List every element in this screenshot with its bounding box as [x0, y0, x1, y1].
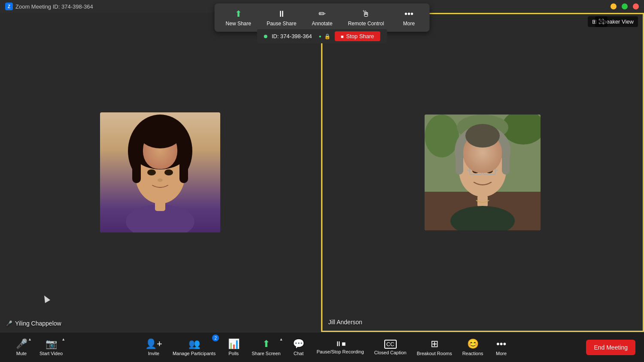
more-toolbar-button[interactable]: ••• More: [489, 336, 514, 358]
more-share-label: More: [403, 21, 415, 27]
zoom-logo: Z Zoom Meeting ID: 374-398-364: [5, 3, 93, 10]
breakout-rooms-label: Breakout Rooms: [417, 351, 452, 356]
cursor: [43, 295, 49, 304]
more-share-button[interactable]: ••• More: [392, 6, 426, 29]
floating-share-toolbar: ⬆ New Share ⏸ Pause Share ✏ Annotate 🖱 R…: [215, 3, 430, 32]
video-panel-yiling: 🎤 Yiling Chappelow: [0, 13, 321, 332]
svg-point-5: [147, 169, 156, 175]
svg-rect-3: [132, 149, 141, 183]
new-share-icon: ⬆: [235, 9, 242, 19]
svg-rect-19: [502, 151, 510, 175]
manage-participants-label: Manage Participants: [173, 351, 216, 356]
end-meeting-label: End Meeting: [594, 344, 628, 351]
toolbar-right-section: End Meeting: [586, 340, 635, 355]
invite-icon: 👤+: [145, 338, 162, 350]
maximize-button[interactable]: [622, 3, 628, 9]
manage-participants-button[interactable]: 👥 Manage Participants 2: [167, 336, 221, 358]
pause-share-button[interactable]: ⏸ Pause Share: [259, 6, 304, 29]
svg-point-25: [472, 168, 479, 173]
share-status-bar: ID: 374-398-364 ● 🔒 ■ Stop Share: [257, 29, 387, 43]
more-toolbar-icon: •••: [496, 338, 506, 350]
yiling-video: [100, 112, 220, 232]
reactions-button[interactable]: 😊 Reactions: [457, 336, 489, 358]
fullscreen-button[interactable]: ⛶: [595, 16, 608, 27]
share-screen-button[interactable]: ⬆ Share Screen ▲: [246, 336, 286, 358]
window-controls: [611, 3, 639, 9]
svg-point-26: [486, 168, 493, 173]
main-content: 🎤 Yiling Chappelow: [0, 13, 644, 332]
share-status-icons: ● 🔒: [319, 33, 331, 39]
chat-label: Chat: [294, 351, 304, 356]
share-lock-icon: 🔒: [324, 33, 331, 39]
invite-button[interactable]: 👤+ Invite: [140, 336, 167, 358]
video-panel-jill: Jill Anderson: [321, 13, 644, 332]
svg-point-11: [425, 115, 459, 157]
share-green-dot2: ●: [319, 34, 322, 39]
meeting-id-text: Zoom Meeting ID: 374-398-364: [15, 3, 93, 10]
closed-caption-icon: CC: [384, 340, 397, 349]
bottom-toolbar: 🎤 Mute ▲ 📷 Start Video ▲ 👤+ Invite 👥 Man…: [0, 332, 644, 362]
start-video-button[interactable]: 📷 Start Video ▲: [34, 336, 68, 358]
mute-button[interactable]: 🎤 Mute ▲: [9, 336, 34, 358]
participants-badge: 2: [212, 335, 219, 341]
share-active-dot: [264, 35, 267, 38]
yiling-name-label: 🎤 Yiling Chappelow: [6, 320, 61, 327]
end-meeting-button[interactable]: End Meeting: [586, 340, 635, 355]
jill-name-label: Jill Anderson: [328, 319, 362, 326]
video-frame-jill: [425, 115, 541, 230]
stop-share-icon: ■: [341, 34, 344, 39]
remote-control-label: Remote Control: [348, 21, 384, 27]
more-share-icon: •••: [404, 9, 413, 19]
jill-avatar-svg: [425, 115, 541, 230]
reactions-label: Reactions: [462, 351, 483, 356]
pause-share-icon: ⏸: [277, 9, 286, 19]
closed-caption-label: Closed Caption: [374, 350, 407, 355]
fullscreen-icon: ⛶: [598, 18, 604, 25]
pause-stop-recording-icon: ⏸■: [335, 340, 346, 348]
more-toolbar-label: More: [496, 351, 507, 356]
pause-stop-recording-label: Pause/Stop Recording: [316, 349, 364, 354]
breakout-rooms-icon: ⊞: [431, 338, 438, 350]
yiling-muted-icon: 🎤: [6, 320, 12, 326]
svg-rect-27: [477, 195, 488, 207]
new-share-label: New Share: [226, 21, 251, 27]
new-share-button[interactable]: ⬆ New Share: [218, 6, 259, 29]
pause-share-label: Pause Share: [267, 21, 296, 27]
share-screen-chevron[interactable]: ▲: [279, 337, 283, 341]
closed-caption-button[interactable]: CC Closed Caption: [369, 338, 412, 357]
chat-button[interactable]: 💬 Chat: [286, 336, 311, 358]
breakout-rooms-button[interactable]: ⊞ Breakout Rooms: [412, 336, 457, 358]
zoom-icon: Z: [5, 3, 13, 10]
share-id-text: ID: 374-398-364: [272, 33, 312, 39]
stop-share-label: Stop Share: [346, 33, 374, 39]
remote-control-button[interactable]: 🖱 Remote Control: [340, 6, 392, 29]
mute-icon: 🎤: [16, 338, 27, 350]
svg-point-7: [158, 178, 163, 182]
svg-point-16: [459, 144, 506, 197]
mute-chevron[interactable]: ▲: [28, 337, 32, 341]
jill-video: [425, 115, 541, 230]
manage-participants-icon: 👥: [188, 338, 200, 350]
toolbar-center-section: 👤+ Invite 👥 Manage Participants 2 📊 Poll…: [68, 336, 586, 358]
polls-icon: 📊: [228, 338, 240, 350]
close-button[interactable]: [633, 3, 639, 9]
svg-rect-4: [179, 149, 188, 183]
annotate-icon: ✏: [319, 9, 326, 19]
polls-button[interactable]: 📊 Polls: [221, 336, 246, 358]
remote-control-icon: 🖱: [361, 9, 370, 19]
minimize-button[interactable]: [611, 3, 617, 9]
chat-icon: 💬: [293, 338, 304, 350]
reactions-icon: 😊: [467, 338, 479, 350]
svg-rect-18: [456, 151, 463, 175]
svg-rect-9: [155, 198, 165, 211]
svg-point-17: [456, 127, 509, 163]
svg-point-6: [164, 169, 173, 175]
video-chevron[interactable]: ▲: [61, 337, 65, 341]
pause-stop-recording-button[interactable]: ⏸■ Pause/Stop Recording: [311, 338, 369, 356]
start-video-label: Start Video: [39, 351, 63, 356]
mute-label: Mute: [16, 351, 27, 356]
yiling-avatar-svg: [100, 112, 220, 232]
share-screen-icon: ⬆: [262, 338, 270, 350]
stop-share-button[interactable]: ■ Stop Share: [335, 31, 380, 41]
annotate-button[interactable]: ✏ Annotate: [304, 6, 340, 29]
